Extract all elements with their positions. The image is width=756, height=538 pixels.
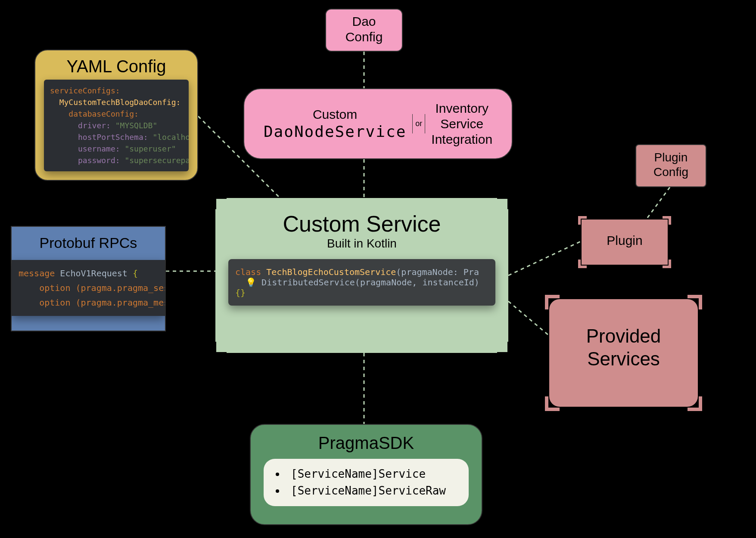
dao-config-l1: Dao [326,14,402,29]
yaml-config-title: YAML Config [44,57,189,76]
plugin-box: Plugin [582,220,668,265]
dao-node-service-label: DaoNodeService [264,123,406,140]
provided-services-box: Provided Services [549,299,698,407]
custom-service-title: Custom Service [228,211,495,237]
dao-node-right: Inventory Service Integration [431,101,492,147]
sdk-list-item: [ServiceName]Service [276,466,457,482]
custom-service-box: Custom Service Built in Kotlin class Tec… [215,198,508,353]
dao-node-inv1: Inventory [431,101,492,116]
dao-config-l2: Config [326,29,402,45]
dao-config-box: Dao Config [325,9,403,52]
yaml-code: serviceConfigs: MyCustomTechBlogDaoConfi… [44,80,189,171]
dao-node-or: or [412,114,425,133]
pragma-sdk-box: PragmaSDK [ServiceName]Service[ServiceNa… [250,424,482,525]
svg-line-5 [508,241,582,275]
svg-line-6 [508,301,549,336]
plugin-config-l1: Plugin [636,150,706,165]
provided-l1: Provided [549,325,698,348]
pragma-sdk-list: [ServiceName]Service[ServiceName]Service… [264,459,469,506]
provided-l2: Services [549,348,698,371]
protobuf-code: message EchoV1Request { option (pragma.p… [12,260,165,316]
dao-node-service-box: Custom DaoNodeService or Inventory Servi… [243,88,513,159]
dao-node-custom-label: Custom [264,107,406,122]
svg-line-7 [646,187,670,220]
dao-node-left: Custom DaoNodeService [264,107,406,140]
plugin-config-box: Plugin Config [635,144,706,187]
yaml-config-box: YAML Config serviceConfigs: MyCustomTech… [34,49,198,181]
pragma-sdk-title: PragmaSDK [264,433,469,453]
custom-service-subtitle: Built in Kotlin [228,237,495,250]
dao-node-inv3: Integration [431,132,492,147]
dao-node-inv2: Service [431,116,492,132]
plugin-config-l2: Config [636,165,706,179]
protobuf-box: Protobuf RPCs message EchoV1Request { op… [11,226,166,331]
custom-service-code: class TechBlogEchoCustomService(pragmaNo… [228,259,495,306]
protobuf-title: Protobuf RPCs [12,235,165,251]
sdk-list-item: [ServiceName]ServiceRaw [276,482,457,499]
plugin-label: Plugin [607,233,642,247]
